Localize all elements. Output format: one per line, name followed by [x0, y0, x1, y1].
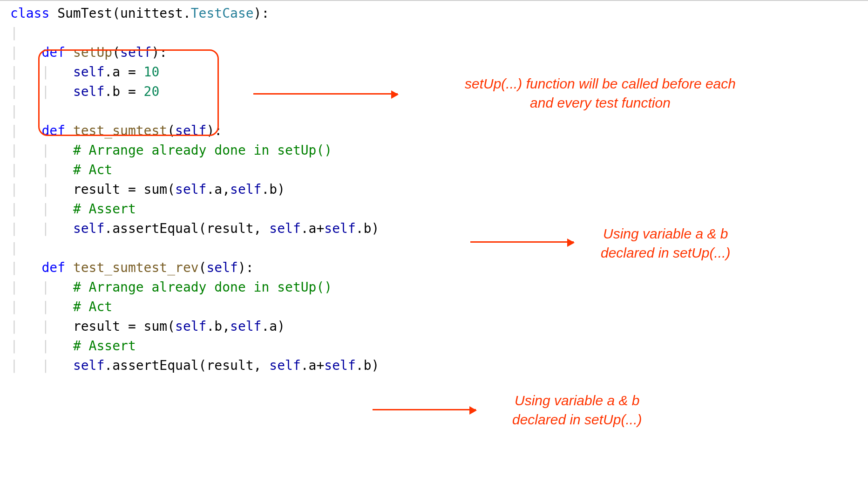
- indent-guide: |: [41, 162, 49, 177]
- code-text: .b,: [206, 319, 230, 334]
- cls-name: TestCase: [191, 6, 254, 21]
- indent-guide: |: [41, 143, 49, 158]
- annotation-line: and every test function: [530, 95, 671, 110]
- indent-guide: |: [10, 240, 18, 256]
- comment: # Act: [73, 299, 112, 314]
- kw-self: self: [73, 221, 104, 236]
- comment: # Arrange already done in setUp(): [73, 143, 332, 158]
- indent-guide: |: [41, 201, 49, 217]
- annotation-line: declared in setUp(...): [601, 245, 730, 260]
- annotation-line: Using variable a & b: [515, 393, 639, 408]
- code-text: result = sum(: [73, 182, 175, 197]
- comment: # Assert: [73, 338, 136, 354]
- code-text: .a,: [206, 182, 230, 197]
- indent-guide: |: [41, 279, 49, 295]
- kw-def: def: [41, 260, 65, 275]
- indent-guide: |: [10, 84, 18, 99]
- annotation-setup: setUp(...) function will be called befor…: [465, 75, 736, 112]
- annotation-vars-1: Using variable a & b declared in setUp(.…: [601, 225, 730, 262]
- kw-self: self: [324, 221, 355, 236]
- annotation-line: declared in setUp(...): [512, 412, 642, 427]
- indent-guide: |: [10, 45, 18, 60]
- code-text: SumTest(unittest: [49, 6, 183, 21]
- indent-guide: |: [10, 260, 18, 275]
- code-text: result = sum(: [73, 319, 175, 334]
- indent-guide: |: [10, 103, 18, 119]
- indent-guide: |: [10, 143, 18, 158]
- indent-guide: |: [41, 358, 49, 373]
- code-text: (: [199, 260, 207, 275]
- indent-guide: |: [10, 201, 18, 217]
- indent-guide: |: [10, 64, 18, 80]
- code-text: .b): [261, 182, 285, 197]
- indent-guide: |: [10, 182, 18, 197]
- indent-guide: |: [41, 221, 49, 236]
- indent-guide: |: [10, 279, 18, 295]
- code-text: .b): [356, 221, 380, 236]
- kw-self: self: [73, 358, 104, 373]
- indent-guide: |: [10, 123, 18, 138]
- code-text: .a+: [301, 221, 325, 236]
- comment: # Act: [73, 162, 112, 177]
- fn-test-sumtest-rev: test_sumtest_rev: [73, 260, 199, 275]
- annotation-line: Using variable a & b: [603, 226, 728, 241]
- kw-self: self: [230, 182, 261, 197]
- code-text: .: [183, 6, 191, 21]
- annotation-line: setUp(...) function will be called befor…: [465, 76, 736, 91]
- indent-guide: |: [10, 319, 18, 334]
- code-text: ):: [238, 260, 254, 275]
- indent-guide: |: [41, 299, 49, 314]
- code-text: .assertEqual(result,: [104, 358, 269, 373]
- indent-guide: |: [10, 358, 18, 373]
- comment: # Arrange already done in setUp(): [73, 279, 332, 295]
- indent-guide: |: [10, 338, 18, 354]
- indent-guide: |: [10, 221, 18, 236]
- kw-class: class: [10, 6, 49, 21]
- indent-guide: |: [41, 182, 49, 197]
- annotation-vars-2: Using variable a & b declared in setUp(.…: [512, 391, 642, 429]
- arrow-icon: [253, 93, 398, 95]
- kw-self: self: [269, 221, 300, 236]
- highlight-box-setup: [38, 49, 219, 136]
- kw-self: self: [175, 182, 206, 197]
- indent-guide: |: [10, 25, 18, 41]
- code-text: ):: [254, 6, 270, 21]
- code-text: .assertEqual(result,: [104, 221, 269, 236]
- code-text: .a+: [301, 358, 325, 373]
- indent-guide: |: [41, 338, 49, 354]
- kw-self: self: [206, 260, 237, 275]
- indent-guide: |: [10, 162, 18, 177]
- code-text: .b): [356, 358, 380, 373]
- document-root: class SumTest(unittest.TestCase): | | de…: [0, 0, 868, 477]
- kw-self: self: [175, 319, 206, 334]
- comment: # Assert: [73, 201, 136, 217]
- kw-self: self: [230, 319, 261, 334]
- code-text: [65, 260, 73, 275]
- kw-self: self: [324, 358, 355, 373]
- arrow-icon: [373, 409, 476, 410]
- indent-guide: |: [10, 299, 18, 314]
- indent-guide: |: [41, 319, 49, 334]
- arrow-icon: [470, 241, 574, 243]
- kw-self: self: [269, 358, 300, 373]
- code-text: .a): [261, 319, 285, 334]
